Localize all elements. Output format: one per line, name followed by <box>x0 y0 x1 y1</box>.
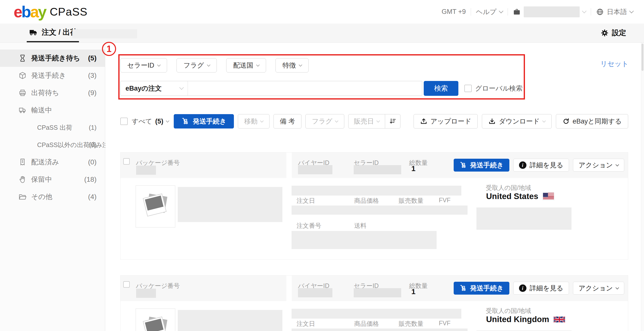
sidebar-item-awaiting-shipping[interactable]: 発送手続き待ち (5) <box>0 50 105 67</box>
bulk-ship-button[interactable]: 発送手続き <box>174 114 234 128</box>
gear-icon <box>600 29 609 37</box>
refresh-icon <box>562 118 570 125</box>
order-checkbox[interactable] <box>123 158 130 165</box>
search-combo: eBayの注文 <box>120 81 422 96</box>
total-qty-value: 1 <box>411 164 416 173</box>
chevron-down-icon <box>179 85 184 90</box>
handtruck-icon <box>459 162 467 169</box>
search-row: eBayの注文 検索 グローバル検索 <box>120 81 523 96</box>
filter-flag[interactable]: フラグ <box>176 58 217 72</box>
global-search-checkbox[interactable] <box>464 85 472 92</box>
sync-ebay-button[interactable]: eBayと同期する <box>556 114 628 128</box>
product-image-placeholder <box>136 186 175 228</box>
buyer-id-redacted <box>298 288 332 297</box>
download-button[interactable]: ダウンロード <box>482 114 552 128</box>
ebay-logo: ebay <box>14 4 46 20</box>
sidebar-item-non-cpass-shipped[interactable]: CPaSS以外の出荷済み注文 (0) <box>0 136 105 154</box>
sort-order-button[interactable] <box>385 114 400 128</box>
sort-group: 販売日 <box>348 114 400 128</box>
sidebar-item-in-transit[interactable]: 輸送中 <box>0 102 105 119</box>
sidebar-item-shipping-process[interactable]: 発送手続き (3) <box>0 67 105 84</box>
scrollbar-thumb[interactable] <box>642 44 644 71</box>
select-all-dropdown[interactable]: すべて(5) <box>132 117 169 126</box>
language-menu[interactable]: 日本語 <box>596 8 633 16</box>
sold-qty-label: 販売数量 <box>399 196 424 205</box>
ship-button[interactable]: 発送手続き <box>454 159 509 172</box>
sale-date-button[interactable]: 販売日 <box>348 114 385 128</box>
folder-icon <box>18 192 27 201</box>
sidebar-item-cpass-shipments[interactable]: CPaSS 出荷 (1) <box>0 119 105 136</box>
item-title-redacted <box>178 187 282 222</box>
reset-link[interactable]: リセット <box>600 59 629 68</box>
sidebar-item-delivered[interactable]: 配送済み (0) <box>0 154 105 171</box>
action-dropdown[interactable]: アクション <box>573 282 624 294</box>
divider <box>286 152 292 178</box>
sidebar-item-others[interactable]: その他 (4) <box>0 188 105 206</box>
tab-orders-shipping[interactable]: 注文 / 出荷 <box>27 24 79 42</box>
chevron-down-icon <box>207 63 210 66</box>
io-toolbar: アップロード ダウンロード eBayと同期する <box>414 114 628 128</box>
account-menu[interactable] <box>513 6 586 17</box>
search-button[interactable]: 検索 <box>424 81 458 96</box>
ship-button[interactable]: 発送手続き <box>454 282 509 294</box>
photo-icon <box>143 316 166 331</box>
briefcase-icon <box>513 8 521 16</box>
ebay-cpass-logo: ebay CPaSS <box>14 4 87 20</box>
sidebar-item-awaiting-dispatch[interactable]: 出荷待ち (9) <box>0 84 105 102</box>
select-all-checkbox[interactable] <box>120 118 128 125</box>
vertical-scrollbar[interactable] <box>641 24 644 331</box>
handtruck-icon <box>459 284 467 292</box>
chevron-down-icon <box>616 286 619 289</box>
upload-button[interactable]: アップロード <box>414 114 478 128</box>
order-checkbox[interactable] <box>123 281 130 288</box>
filter-attributes[interactable]: 特徴 <box>276 58 309 72</box>
chevron-down-icon <box>499 9 503 13</box>
action-dropdown[interactable]: アクション <box>573 159 624 172</box>
order-values-redacted <box>292 328 468 331</box>
country-name: United States <box>486 192 538 201</box>
chevron-down-icon <box>256 63 260 66</box>
filter-destination-country[interactable]: 配送国 <box>226 58 266 72</box>
fvf-label: FVF <box>439 196 450 204</box>
filter-seller-id[interactable]: セラーID <box>120 58 167 72</box>
account-name-redacted <box>524 6 580 17</box>
search-input[interactable] <box>188 81 422 96</box>
tab-bar: 注文 / 出荷 設定 <box>0 24 644 42</box>
package-number-redacted <box>136 289 156 298</box>
country-name: United Kingdom <box>486 315 549 324</box>
order-date-label: 注文日 <box>296 196 315 205</box>
recipient-address-redacted <box>476 208 572 230</box>
bulk-toolbar: すべて(5) 発送手続き 移動 備 考 フラグ 販売日 <box>120 114 400 128</box>
divider <box>286 276 292 301</box>
view-details-button[interactable]: 詳細を見る <box>513 282 569 294</box>
uk-flag-icon <box>554 316 565 323</box>
flag-button[interactable]: フラグ <box>306 114 344 128</box>
order-actions: 発送手続き 詳細を見る アクション <box>454 282 624 294</box>
view-details-button[interactable]: 詳細を見る <box>513 159 569 172</box>
download-icon <box>488 118 496 125</box>
note-button[interactable]: 備 考 <box>274 114 302 128</box>
hand-icon <box>18 175 27 184</box>
sidebar-item-on-hold[interactable]: 保留中 (18) <box>0 171 105 188</box>
order-number-redacted <box>292 231 436 249</box>
order-number-label: 注文番号 <box>296 222 321 230</box>
annotation-circle-1: 1 <box>102 42 116 56</box>
recipient-country-label: 受取人の国/地域 <box>486 184 531 192</box>
filter-row: セラーID フラグ 配送国 特徴 <box>120 58 309 72</box>
sidebar: 発送手続き待ち (5) 発送手続き (3) 出荷待ち (9) 輸送中 CPaSS… <box>0 43 105 331</box>
package-number-redacted <box>136 166 156 175</box>
sold-qty-label: 販売数量 <box>399 320 424 328</box>
hourglass-icon <box>18 54 27 63</box>
main-content: セラーID フラグ 配送国 特徴 eBayの注文 検索 グローバル検索 リセット… <box>106 43 641 331</box>
settings-button[interactable]: 設定 <box>600 24 626 42</box>
order-values-redacted <box>292 206 468 215</box>
search-type-select[interactable]: eBayの注文 <box>120 81 188 96</box>
help-menu[interactable]: ヘルプ <box>476 8 503 16</box>
package-icon <box>18 71 27 80</box>
seller-id-redacted <box>354 288 401 297</box>
total-qty-value: 1 <box>411 288 416 296</box>
chevron-down-icon <box>299 63 302 66</box>
chevron-down-icon <box>376 119 380 122</box>
printer-icon <box>18 88 27 97</box>
move-button[interactable]: 移動 <box>238 114 270 128</box>
